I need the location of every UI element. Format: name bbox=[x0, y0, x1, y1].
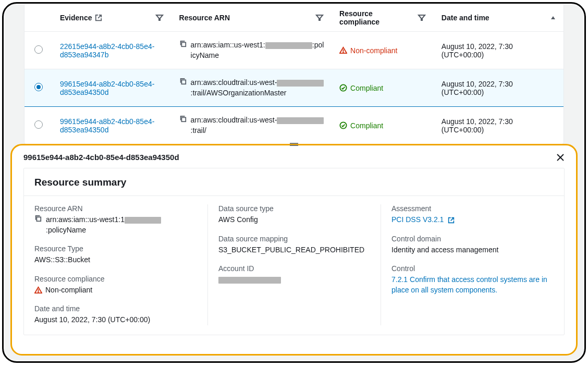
external-link-icon bbox=[95, 14, 102, 21]
copy-icon[interactable] bbox=[179, 78, 187, 85]
redacted-text bbox=[125, 217, 161, 224]
table-row[interactable]: 22615e944-a8b2-4cb0-85e4-d853ea94347b ar… bbox=[24, 32, 564, 69]
compliance-status: Compliant bbox=[339, 84, 427, 92]
evidence-link[interactable]: 99615e944-a8b2-4cb0-85e4-d853ea94350d bbox=[60, 80, 154, 96]
filter-icon[interactable] bbox=[315, 13, 325, 22]
redacted-text bbox=[277, 80, 324, 87]
table-row[interactable]: 99615e944-a8b2-4cb0-85e4-d853ea94350d ar… bbox=[24, 107, 564, 144]
column-arn[interactable]: Resource ARN bbox=[172, 4, 333, 32]
column-compliance[interactable]: Resource compliance bbox=[332, 4, 434, 32]
resource-type-value: AWS::S3::Bucket bbox=[34, 255, 197, 265]
svg-rect-5 bbox=[181, 118, 186, 122]
resize-handle-icon[interactable] bbox=[289, 142, 299, 146]
column-evidence-label: Evidence bbox=[60, 14, 92, 22]
assessment-link[interactable]: PCI DSS V3.2.1 bbox=[391, 215, 554, 225]
account-id-label: Account ID bbox=[218, 264, 370, 273]
data-source-type-label: Data source type bbox=[218, 204, 370, 213]
column-evidence[interactable]: Evidence bbox=[53, 4, 172, 32]
svg-rect-0 bbox=[181, 42, 186, 46]
evidence-link[interactable]: 99615e944-a8b2-4cb0-85e4-d853ea94350d bbox=[60, 117, 154, 134]
panel-title: 99615e944-a8b2-4cb0-85e4-d853ea94350d bbox=[23, 153, 179, 162]
row-radio[interactable] bbox=[34, 120, 43, 129]
resource-arn-label: Resource ARN bbox=[34, 204, 197, 213]
row-radio[interactable] bbox=[34, 83, 43, 91]
check-circle-icon bbox=[339, 84, 347, 92]
copy-icon[interactable] bbox=[179, 40, 187, 47]
svg-rect-3 bbox=[181, 80, 186, 84]
redacted-text bbox=[218, 277, 281, 284]
control-domain-label: Control domain bbox=[391, 235, 554, 243]
detail-panel: 99615e944-a8b2-4cb0-85e4-d853ea94350d Re… bbox=[10, 144, 578, 356]
filter-icon[interactable] bbox=[418, 13, 427, 22]
table-row[interactable]: 99615e944-a8b2-4cb0-85e4-d853ea94350d ar… bbox=[24, 69, 564, 107]
check-circle-icon bbox=[339, 121, 347, 129]
copy-icon[interactable] bbox=[34, 215, 42, 222]
warning-icon bbox=[34, 286, 42, 294]
svg-rect-11 bbox=[36, 217, 41, 221]
warning-icon bbox=[339, 46, 347, 54]
datetime-cell: August 10, 2022, 7:30 (UTC+00:00) bbox=[434, 107, 564, 144]
datetime-value: August 10, 2022, 7:30 (UTC+00:00) bbox=[34, 315, 197, 325]
column-datetime[interactable]: Date and time bbox=[434, 4, 564, 32]
assessment-label: Assessment bbox=[391, 204, 554, 213]
close-button[interactable] bbox=[556, 153, 565, 162]
column-compliance-label: Resource compliance bbox=[339, 9, 414, 26]
control-label: Control bbox=[391, 264, 554, 273]
arn-value: arn:aws:cloudtrail:us-west-:trail/ bbox=[191, 115, 325, 136]
datetime-label: Date and time bbox=[34, 304, 197, 313]
svg-point-13 bbox=[38, 292, 39, 292]
resource-compliance-label: Resource compliance bbox=[34, 275, 197, 283]
row-radio[interactable] bbox=[34, 45, 43, 54]
data-source-type-value: AWS Config bbox=[218, 215, 370, 225]
resource-compliance-value: Non-compliant bbox=[34, 285, 197, 296]
datetime-cell: August 10, 2022, 7:30 (UTC+00:00) bbox=[434, 69, 564, 107]
redacted-text bbox=[277, 117, 324, 124]
account-id-value bbox=[218, 275, 370, 285]
datetime-cell: August 10, 2022, 7:30 (UTC+00:00) bbox=[434, 32, 564, 69]
evidence-table: Evidence Resource ARN Resource complianc… bbox=[24, 4, 564, 145]
resource-arn-value: arn:aws:iam::us-west1:1:policyName bbox=[46, 215, 197, 235]
sort-asc-icon[interactable] bbox=[550, 15, 556, 21]
redacted-text bbox=[265, 42, 312, 49]
external-link-icon bbox=[448, 217, 455, 224]
filter-icon[interactable] bbox=[155, 13, 165, 22]
arn-value: arn:aws:iam::us-west1::policyName bbox=[191, 40, 325, 60]
evidence-link[interactable]: 22615e944-a8b2-4cb0-85e4-d853ea94347b bbox=[60, 42, 154, 59]
control-domain-value: Identity and access management bbox=[391, 245, 554, 255]
arn-value: arn:aws:cloudtrail:us-west-:trail/AWSOrg… bbox=[191, 78, 325, 98]
copy-icon[interactable] bbox=[179, 115, 187, 123]
svg-point-2 bbox=[343, 52, 344, 53]
column-datetime-label: Date and time bbox=[442, 14, 489, 22]
summary-title: Resource summary bbox=[24, 168, 564, 196]
data-source-mapping-label: Data source mapping bbox=[218, 235, 370, 243]
resource-summary-card: Resource summary Resource ARN arn:aws:ia… bbox=[23, 168, 565, 335]
compliance-status: Non-compliant bbox=[339, 46, 427, 55]
compliance-status: Compliant bbox=[339, 121, 427, 130]
control-link[interactable]: 7.2.1 Confirm that access control system… bbox=[391, 275, 554, 295]
column-select bbox=[24, 4, 53, 32]
data-source-mapping-value: S3_BUCKET_PUBLIC_READ_PROHIBITED bbox=[218, 245, 370, 255]
resource-type-label: Resource Type bbox=[34, 244, 197, 253]
column-arn-label: Resource ARN bbox=[179, 14, 230, 22]
